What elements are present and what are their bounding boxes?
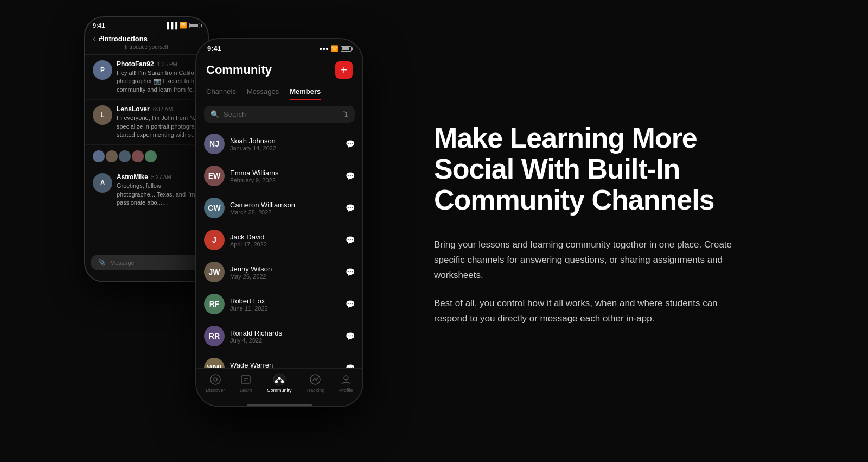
member-item[interactable]: CW Cameron Williamson March 28, 2022 💬 — [196, 192, 362, 224]
message-icon[interactable]: 💬 — [346, 140, 355, 148]
add-button[interactable]: + — [335, 61, 353, 79]
chat-message-2: Hi everyone, I'm John from N... speciali… — [117, 114, 200, 139]
member-date: July 4, 2022 — [230, 337, 340, 344]
avatar-cameron: CW — [204, 198, 225, 218]
svg-point-0 — [210, 375, 220, 384]
member-date: February 9, 2022 — [230, 177, 340, 183]
avatar-jenny: JW — [204, 262, 225, 282]
nav-community[interactable]: Community — [267, 373, 292, 393]
nav-discover[interactable]: Discover — [206, 373, 225, 393]
member-date: January 14, 2022 — [230, 145, 340, 151]
nav-profile[interactable]: Profile — [339, 373, 353, 393]
avatar-astromike: A — [93, 173, 112, 193]
main-headline: Make Learning More Social With Built-In … — [434, 123, 825, 216]
chat-item-lenslover: L LensLover 6:32 AM Hi everyone, I'm Joh… — [85, 100, 208, 145]
avatar-emma: EW — [204, 166, 225, 186]
nav-learn[interactable]: Learn — [239, 373, 252, 393]
member-item[interactable]: RF Robert Fox June 11, 2022 💬 — [196, 288, 362, 320]
nav-tracking-label: Tracking — [306, 388, 324, 393]
nav-tracking[interactable]: Tracking — [306, 373, 324, 393]
tab-channels[interactable]: Channels — [206, 83, 236, 100]
headline-line2: Social With Built-In — [434, 153, 680, 185]
nav-profile-label: Profile — [339, 388, 353, 393]
tracking-icon — [309, 373, 322, 386]
svg-point-8 — [280, 380, 284, 383]
search-icon: 🔍 — [210, 110, 219, 118]
discover-icon — [209, 373, 222, 386]
tabs-bar: Channels Messages Members — [196, 83, 362, 100]
member-name: Wade Warren — [230, 361, 340, 369]
member-item[interactable]: RR Ronald Richards July 4, 2022 💬 — [196, 320, 362, 352]
svg-point-1 — [214, 378, 217, 381]
headline-line1: Make Learning More — [434, 122, 697, 154]
chat-time: 1:35 PM — [157, 61, 177, 67]
members-list: NJ Noah Johnson January 14, 2022 💬 EW Em… — [196, 128, 362, 368]
learn-icon — [239, 373, 252, 386]
attachment-icon: 📎 — [98, 259, 106, 266]
message-icon[interactable]: 💬 — [346, 236, 355, 244]
group-avatars — [93, 150, 200, 162]
member-item[interactable]: WW Wade Warren August 22, 2022 💬 — [196, 352, 362, 368]
phones-section: 9:41 ▐▐▐ 🛜 ‹ #Introductions Introduce yo… — [0, 0, 391, 462]
back-status-time: 9:41 — [93, 22, 105, 29]
community-header: Community + — [196, 55, 362, 83]
nav-community-label: Community — [267, 388, 292, 393]
message-input-bar[interactable]: 📎 Message — [91, 255, 202, 270]
community-title: Community — [206, 63, 272, 77]
chat-time-2: 6:32 AM — [153, 106, 173, 112]
chat-time-3: 5:27 AM — [151, 174, 171, 180]
chat-name: PhotoFan92 — [117, 60, 154, 68]
message-icon[interactable]: 💬 — [346, 332, 355, 340]
member-name-jack: Jack David — [230, 233, 340, 241]
member-item[interactable]: JW Jenny Wilson May 26, 2022 💬 — [196, 256, 362, 288]
avatar-robert: RF — [204, 294, 225, 314]
profile-icon — [340, 373, 353, 386]
nav-learn-label: Learn — [240, 388, 252, 393]
message-icon[interactable]: 💬 — [346, 268, 355, 276]
filter-icon[interactable]: ⇅ — [342, 110, 348, 118]
search-bar[interactable]: 🔍 Search ⇅ — [204, 106, 355, 123]
message-icon[interactable]: 💬 — [346, 172, 355, 180]
avatar-lenslover: L — [93, 105, 112, 125]
message-icon[interactable]: 💬 — [346, 364, 355, 368]
avatar-jack: J — [204, 230, 225, 250]
tab-messages[interactable]: Messages — [247, 83, 279, 100]
nav-discover-label: Discover — [206, 388, 225, 393]
search-input[interactable]: Search — [224, 110, 338, 118]
member-date: June 11, 2022 — [230, 305, 340, 312]
svg-point-6 — [275, 380, 278, 383]
front-status-time: 9:41 — [207, 45, 221, 53]
member-date: March 28, 2022 — [230, 209, 340, 216]
message-icon[interactable]: 💬 — [346, 300, 355, 308]
chat-message: Hey all! I'm Sarah from Califo... photog… — [117, 69, 200, 94]
member-date: May 26, 2022 — [230, 273, 340, 280]
chat-name-2: LensLover — [117, 105, 150, 113]
channel-sub: Introduce yourself — [93, 44, 200, 50]
member-item[interactable]: NJ Noah Johnson January 14, 2022 💬 — [196, 128, 362, 160]
text-section: Make Learning More Social With Built-In … — [391, 90, 868, 372]
chat-message-3: Greetings, fellow photographe... Texas, … — [117, 182, 200, 207]
chat-name-3: AstroMike — [117, 173, 148, 181]
member-item-jack[interactable]: J Jack David April 17, 2022 💬 — [196, 224, 362, 256]
home-indicator — [247, 404, 312, 406]
member-item[interactable]: EW Emma Williams February 9, 2022 💬 — [196, 160, 362, 192]
member-name: Noah Johnson — [230, 137, 340, 145]
front-phone: 9:41 ●●● 🛜 Community + Channels Messages… — [195, 38, 363, 407]
avatar-wade: WW — [204, 358, 225, 368]
message-placeholder: Message — [110, 260, 135, 266]
svg-rect-2 — [241, 376, 250, 383]
member-name: Cameron Williamson — [230, 201, 340, 209]
message-icon[interactable]: 💬 — [346, 204, 355, 212]
body-paragraph-1: Bring your lessons and learning communit… — [434, 237, 749, 283]
avatar-noah: NJ — [204, 134, 225, 154]
svg-point-10 — [344, 376, 348, 380]
avatar-photofan: P — [93, 60, 112, 80]
avatar-ronald: RR — [204, 326, 225, 346]
front-signal-icons: ●●● 🛜 — [319, 45, 352, 52]
community-icon — [273, 373, 286, 386]
tab-members[interactable]: Members — [290, 83, 321, 100]
signal-icons: ▐▐▐ 🛜 — [165, 22, 200, 29]
back-phone: 9:41 ▐▐▐ 🛜 ‹ #Introductions Introduce yo… — [84, 16, 209, 282]
member-date-jack: April 17, 2022 — [230, 241, 340, 248]
channel-title: #Introductions — [99, 35, 148, 43]
